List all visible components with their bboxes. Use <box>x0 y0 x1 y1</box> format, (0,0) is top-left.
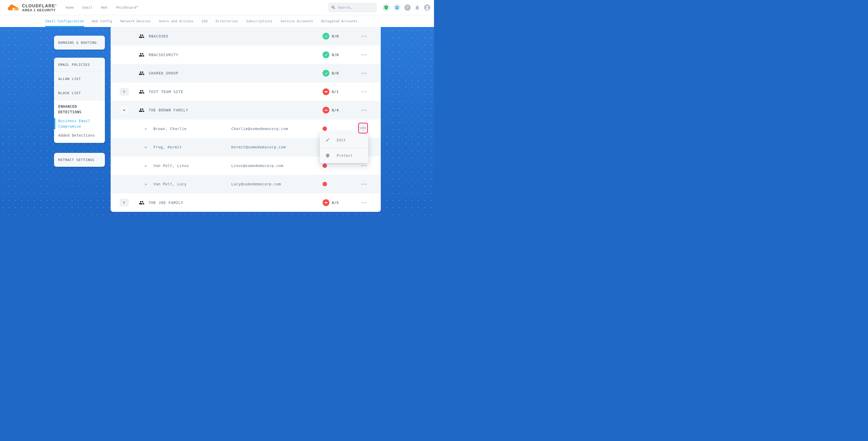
status-unprotected-dot <box>322 126 327 131</box>
group-name: THE JOE FAMILY <box>149 200 183 205</box>
tab-network-devices[interactable]: Network Devices <box>120 15 151 27</box>
table-row: THE BROWN FAMILY 0/4 <box>111 101 381 120</box>
row-menu-button[interactable] <box>360 180 368 189</box>
menu-item-edit[interactable]: Edit <box>320 132 368 148</box>
group-name: RBACSECURITY <box>149 53 178 57</box>
top-header: CLOUDFLARE® AREA 1 SECURITY Home Email W… <box>0 0 434 15</box>
status-protected-badge <box>322 52 329 58</box>
tab-web-config[interactable]: Web Config <box>92 15 112 27</box>
tab-users-and-actions[interactable]: Users and Actions <box>159 15 193 27</box>
expand-button[interactable] <box>120 199 129 207</box>
sidebar-item-retract-settings[interactable]: RETRACT SETTINGS <box>54 153 105 167</box>
sidebar-item-added-detections[interactable]: Added Detections <box>54 133 105 138</box>
nav-item-email[interactable]: Email <box>82 5 93 9</box>
member-email: Lucy@somedemocorp.com <box>231 182 281 186</box>
collapse-button[interactable] <box>120 106 129 114</box>
group-icon <box>139 107 145 113</box>
tab-email-configuration[interactable]: Email Configuration <box>45 15 84 27</box>
enhanced-detections-section: ENHANCED DETECTIONS Business Email Compr… <box>54 100 105 143</box>
menu-item-label: Protect <box>337 153 352 158</box>
sidebar-item-allow-list[interactable]: ALLOW LIST <box>54 72 105 86</box>
row-menu-button[interactable] <box>360 32 368 41</box>
search-icon <box>331 5 336 10</box>
member-email: Kermit@somedemocorp.com <box>231 145 286 149</box>
brand-tagline: AREA 1 SECURITY <box>22 8 56 12</box>
table-row: THE JOE FAMILY 0/5 <box>111 193 381 212</box>
sidebar-item-enhanced-detections[interactable]: ENHANCED DETECTIONS <box>54 104 105 115</box>
status-unprotected-badge <box>322 88 329 95</box>
member-name: Frog, Kermit <box>153 145 182 149</box>
nav-item-home[interactable]: Home <box>66 5 74 9</box>
protected-count: 0/4 <box>332 108 339 112</box>
nav-item-web[interactable]: Web <box>101 5 107 9</box>
menu-item-protect[interactable]: Protect <box>320 148 368 163</box>
row-menu-button[interactable] <box>360 50 368 59</box>
sidebar-item-business-email-compromise[interactable]: Business Email Compromise <box>54 118 105 129</box>
group-icon <box>139 70 145 76</box>
group-icon <box>139 52 145 58</box>
search-input[interactable] <box>338 5 372 9</box>
protected-count: 0/1 <box>332 90 339 94</box>
protected-count: 0/0 <box>332 53 339 57</box>
chevron-right-icon <box>122 90 126 93</box>
chevron-down-icon <box>122 108 126 112</box>
status-unprotected-badge <box>322 199 329 206</box>
status-unprotected-dot <box>322 182 327 186</box>
member-marker: > <box>145 182 147 186</box>
tab-sso[interactable]: SSO <box>202 15 208 27</box>
tab-delegated-accounts[interactable]: Delegated Accounts <box>321 15 358 27</box>
status-protected-badge <box>322 33 329 40</box>
settings-gear-icon[interactable] <box>393 4 401 11</box>
shield-icon <box>326 153 330 158</box>
app-root: CLOUDFLARE® AREA 1 SECURITY Home Email W… <box>0 0 434 220</box>
row-menu-button-active[interactable] <box>359 124 367 132</box>
search-bar[interactable] <box>328 3 377 12</box>
expand-button[interactable] <box>120 88 129 96</box>
member-email: Charlie@somedemocorp.com <box>231 127 288 131</box>
table-row: RBACO365 0/0 <box>111 27 381 45</box>
table-row: SHARED_GROUP 0/0 <box>111 64 381 83</box>
member-email: Linus@somedemocorp.com <box>231 164 283 168</box>
brand-name: CLOUDFLARE® <box>22 3 56 8</box>
group-name: TEST TEAM SITE <box>149 90 183 94</box>
member-marker: > <box>145 164 147 167</box>
row-menu-button[interactable] <box>360 87 368 96</box>
group-name: THE BROWN FAMILY <box>149 108 188 112</box>
row-menu-button[interactable] <box>360 198 368 207</box>
cloudflare-logo[interactable]: CLOUDFLARE® AREA 1 SECURITY <box>7 3 56 12</box>
pencil-icon <box>326 138 330 142</box>
notifications-bell-icon[interactable] <box>414 5 420 10</box>
protected-count: 0/0 <box>332 34 339 38</box>
status-unprotected-dot <box>322 163 327 168</box>
primary-nav: Home Email Web PhishGuard™ <box>66 5 138 9</box>
row-menu-button[interactable] <box>360 106 368 115</box>
cloudflare-cloud-icon <box>7 3 20 11</box>
help-icon[interactable]: ? <box>404 4 411 11</box>
group-icon <box>139 89 145 95</box>
member-marker: > <box>145 127 147 131</box>
tab-subscriptions[interactable]: Subscriptions <box>246 15 272 27</box>
row-menu-button[interactable] <box>360 69 368 77</box>
section-tabs: Email Configuration Web Config Network D… <box>0 15 434 27</box>
sidebar-item-domains-routing[interactable]: DOMAINS & ROUTING <box>54 36 105 50</box>
table-row: > Van Pelt, Lucy Lucy@somedemocorp.com <box>111 175 381 193</box>
sidebar-card-policies: EMAIL POLICIES ALLOW LIST BLOCK LIST ENH… <box>54 58 105 143</box>
tab-service-accounts[interactable]: Service Accounts <box>281 15 313 27</box>
sidebar-item-email-policies[interactable]: EMAIL POLICIES <box>54 58 105 72</box>
status-unprotected-badge <box>322 107 329 114</box>
table-row: RBACSECURITY 0/0 <box>111 45 381 64</box>
account-icon[interactable] <box>424 4 431 11</box>
protected-count: 0/5 <box>332 200 339 205</box>
nav-item-phishguard[interactable]: PhishGuard™ <box>116 5 138 9</box>
group-icon <box>139 33 145 39</box>
directory-table: RBACO365 0/0 RBACSECURITY 0/0 SHARED_GRO… <box>111 27 381 212</box>
member-name: Van Pelt, Linus <box>153 164 189 168</box>
sidebar-card-domains: DOMAINS & ROUTING <box>54 36 105 50</box>
member-marker: > <box>145 145 147 149</box>
group-icon <box>139 200 145 206</box>
action-highlight-ring <box>358 123 368 133</box>
sidebar-card-retract: RETRACT SETTINGS <box>54 153 105 167</box>
tab-directories[interactable]: Directories <box>216 15 238 27</box>
sidebar-item-block-list[interactable]: BLOCK LIST <box>54 86 105 100</box>
shield-check-icon[interactable] <box>382 4 390 11</box>
